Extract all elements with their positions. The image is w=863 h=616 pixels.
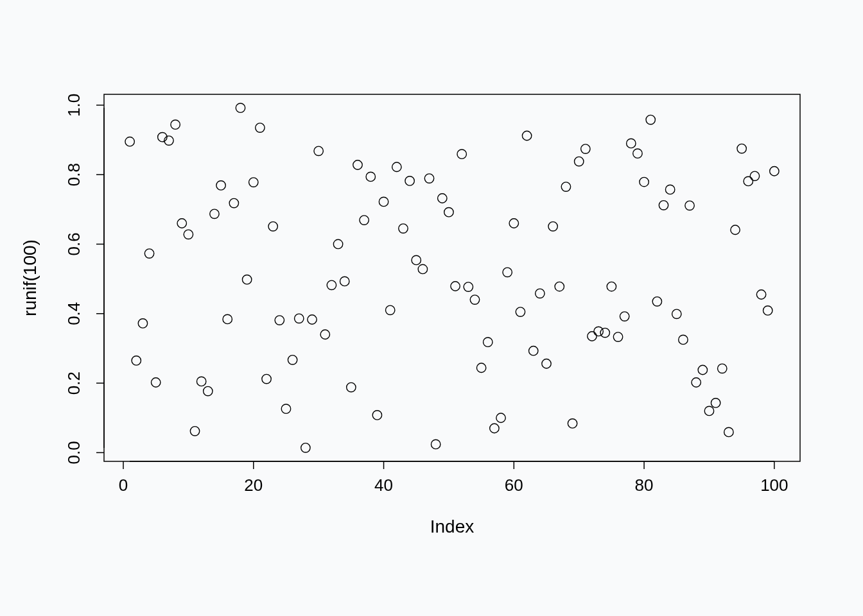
data-point xyxy=(288,355,297,364)
data-point xyxy=(640,177,649,186)
x-tick-label: 80 xyxy=(635,475,654,495)
data-point xyxy=(627,139,636,148)
y-tick-label: 0.6 xyxy=(64,232,83,255)
data-point xyxy=(750,171,759,180)
data-point xyxy=(484,338,493,346)
data-point xyxy=(536,289,545,298)
data-point xyxy=(476,363,485,372)
data-point xyxy=(412,255,421,264)
x-tick-label: 0 xyxy=(119,475,128,495)
data-point xyxy=(770,167,779,176)
data-point xyxy=(320,330,329,339)
data-point xyxy=(692,378,701,387)
data-point xyxy=(522,131,531,140)
data-point xyxy=(262,374,271,383)
data-point xyxy=(464,282,473,291)
data-point xyxy=(399,224,408,233)
data-point xyxy=(372,411,381,420)
data-point xyxy=(613,332,622,341)
data-point xyxy=(620,312,629,321)
data-point xyxy=(424,174,433,183)
data-point xyxy=(333,239,342,248)
x-tick-label: 40 xyxy=(374,475,393,495)
data-point xyxy=(444,207,453,216)
data-point xyxy=(379,197,388,206)
data-point xyxy=(242,275,251,284)
data-point xyxy=(600,328,609,337)
data-point xyxy=(418,264,427,273)
data-point xyxy=(451,282,460,291)
data-point xyxy=(704,406,713,415)
data-point xyxy=(711,398,720,407)
data-point xyxy=(659,201,668,210)
data-point xyxy=(347,382,356,391)
data-point xyxy=(652,297,661,306)
data-point xyxy=(737,144,746,153)
data-point xyxy=(327,280,336,289)
data-point xyxy=(152,378,161,387)
data-point xyxy=(542,359,551,368)
data-point xyxy=(392,162,401,171)
data-point xyxy=(308,315,317,324)
data-point xyxy=(744,176,753,185)
data-point xyxy=(196,377,205,386)
data-point xyxy=(698,365,707,374)
data-point xyxy=(184,230,193,239)
x-tick-label: 20 xyxy=(244,475,263,495)
data-point xyxy=(236,103,245,112)
y-tick-label: 0.0 xyxy=(64,441,83,464)
y-axis-label: runif(100) xyxy=(20,239,40,316)
data-point xyxy=(731,225,740,234)
data-point xyxy=(405,176,414,185)
x-tick-label: 100 xyxy=(760,475,788,495)
plot-frame xyxy=(104,94,800,461)
data-point xyxy=(314,146,323,155)
data-point xyxy=(275,316,284,325)
data-point xyxy=(216,181,225,190)
data-point xyxy=(385,305,394,314)
data-point xyxy=(190,427,199,436)
y-tick-label: 1.0 xyxy=(64,94,83,117)
data-point xyxy=(665,185,674,194)
data-point xyxy=(607,282,616,291)
y-tick-label: 0.8 xyxy=(64,163,83,186)
data-point xyxy=(555,282,564,291)
data-point xyxy=(249,178,258,187)
data-point xyxy=(561,182,570,191)
data-point xyxy=(581,144,590,153)
data-point xyxy=(177,219,186,228)
x-tick-label: 60 xyxy=(505,475,523,495)
y-tick-label: 0.4 xyxy=(64,302,83,325)
data-point xyxy=(633,149,642,158)
data-point xyxy=(496,413,505,422)
data-point xyxy=(574,157,583,166)
data-point xyxy=(529,346,538,355)
data-point xyxy=(229,198,238,207)
data-point xyxy=(295,314,304,323)
data-point xyxy=(281,404,290,413)
y-ticks: 0.00.20.40.60.81.0 xyxy=(64,94,104,465)
data-point xyxy=(268,222,277,231)
data-point xyxy=(125,137,134,146)
data-point xyxy=(594,327,603,336)
data-point xyxy=(223,314,232,323)
scatter-chart: 020406080100 0.00.20.40.60.81.0 Index ru… xyxy=(0,0,863,616)
data-point xyxy=(756,290,765,299)
data-point xyxy=(360,216,369,225)
data-point xyxy=(438,194,447,203)
data-point xyxy=(457,150,466,158)
data-point xyxy=(132,356,141,365)
data-points xyxy=(125,103,779,452)
data-point xyxy=(470,295,479,304)
data-point xyxy=(340,277,349,286)
data-point xyxy=(490,424,499,432)
data-point xyxy=(204,386,213,395)
data-point xyxy=(679,335,688,344)
data-point xyxy=(548,222,557,231)
data-point xyxy=(210,209,219,218)
y-tick-label: 0.2 xyxy=(64,372,83,395)
data-point xyxy=(366,172,375,181)
data-point xyxy=(301,443,310,452)
data-point xyxy=(509,219,518,228)
data-point xyxy=(588,332,597,341)
